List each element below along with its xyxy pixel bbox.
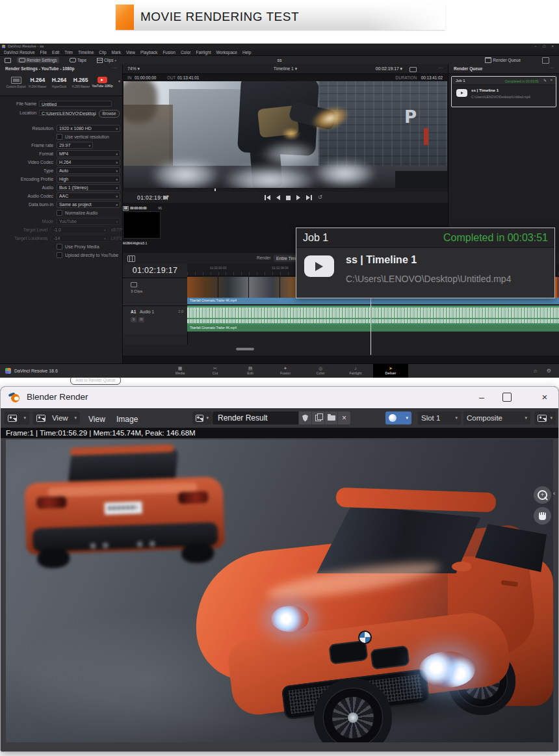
nav-collapse-arrow[interactable]: ‹ xyxy=(553,490,555,497)
field-select[interactable]: Bus 1 (Stereo)▾ xyxy=(57,184,120,191)
page-tab[interactable]: ➤ Deliver xyxy=(373,364,408,378)
presets-chevron[interactable]: ▾ xyxy=(118,79,120,83)
tl-audio-header[interactable]: A1 Audio 1 2.0 S M xyxy=(123,306,187,333)
preset-item[interactable]: H.264 H.264 Master xyxy=(27,77,48,88)
field-checkbox[interactable]: Upload directly to YouTube xyxy=(57,252,118,258)
bl-display-channels[interactable]: ▾ xyxy=(534,411,556,424)
menu-item[interactable]: Trim xyxy=(64,50,73,55)
page-tab[interactable]: ◎ Color xyxy=(303,364,338,378)
stop-button[interactable] xyxy=(286,196,291,200)
page-tab[interactable]: ✂ Cut xyxy=(198,364,233,378)
render-queue-button[interactable]: Render Queue xyxy=(483,57,523,63)
preset-item[interactable]: H.265 H.265 Master xyxy=(70,77,92,88)
step-back-button[interactable] xyxy=(276,195,280,200)
open-image-button[interactable] xyxy=(324,411,337,424)
dv-toolbar: Render Settings Tape Clips▾ ss Render Qu… xyxy=(0,56,559,65)
skip-forward-button[interactable] xyxy=(306,195,312,200)
fake-user-button[interactable] xyxy=(299,411,311,424)
tl-tool-icon[interactable] xyxy=(127,255,135,262)
unlink-button[interactable]: × xyxy=(337,411,350,424)
menu-item[interactable]: Timeline xyxy=(78,50,94,55)
page-tab[interactable]: ▤ Edit xyxy=(233,364,268,378)
menu-item[interactable]: Edit xyxy=(52,50,59,55)
tl-scrollbar[interactable] xyxy=(236,348,254,350)
menu-item[interactable]: Fairlight xyxy=(196,50,211,55)
bl-max-button[interactable] xyxy=(502,393,512,402)
loop-icon[interactable]: ↺ xyxy=(318,195,322,200)
field-checkbox[interactable]: Normalize Audio xyxy=(57,210,98,216)
dv-window-controls[interactable]: – □ × xyxy=(534,44,556,48)
preset-item[interactable]: Custom Export xyxy=(5,77,27,88)
field-select[interactable]: Same as project▾ xyxy=(57,201,120,208)
mute-button[interactable]: M xyxy=(138,317,144,322)
tl-video-header[interactable]: 3 Clips xyxy=(123,278,187,306)
camera-icon[interactable] xyxy=(410,67,417,72)
tl-audio-clip[interactable]: Titanfall Cinematic Trailer 4K.mp4 xyxy=(187,306,559,332)
dv-home-icon[interactable]: ⌂ xyxy=(534,368,537,374)
clip-thumbnail[interactable]: 03 00:00:00:00 V1 MPEG4 Video xyxy=(123,205,162,247)
dv-gear-icon[interactable]: ⚙ xyxy=(547,368,551,374)
settings-menu-dots[interactable]: ··· xyxy=(112,66,117,70)
filename-input[interactable]: Untitled xyxy=(39,101,112,107)
skip-back-button[interactable] xyxy=(265,195,270,200)
field-select[interactable]: Auto▾ xyxy=(57,167,120,174)
field-checkbox[interactable]: Use Proxy Media xyxy=(57,244,99,250)
field-select[interactable]: -1.0▾ xyxy=(51,226,108,233)
field-select[interactable]: High▾ xyxy=(57,176,120,183)
field-select[interactable]: H.264▾ xyxy=(57,159,120,166)
field-select[interactable]: -14▾ xyxy=(51,235,108,242)
viewer-menu-dots[interactable]: ··· xyxy=(438,66,443,70)
page-tab[interactable]: ▦ Media xyxy=(162,364,198,378)
queue-menu-dots[interactable]: ··· xyxy=(549,66,554,70)
page-tab[interactable]: ✦ Fusion xyxy=(268,364,303,378)
panel-toggle-button[interactable] xyxy=(540,57,551,63)
out-value: 01:13:41:01 xyxy=(177,75,199,80)
speaker-icon[interactable] xyxy=(163,196,166,200)
new-image-button[interactable] xyxy=(311,411,324,424)
field-select[interactable]: MP4▾ xyxy=(57,150,120,157)
bl-image-name-field[interactable]: Render Result xyxy=(213,411,298,424)
nav-zoom-gizmo[interactable]: + xyxy=(534,486,551,504)
bl-close-button[interactable]: × xyxy=(535,388,554,406)
menu-item[interactable]: Clip xyxy=(99,50,106,55)
location-input[interactable]: C:\Users\LENOVO\Desktop xyxy=(39,110,96,116)
menu-item[interactable]: File xyxy=(40,50,47,55)
field-select[interactable]: 29.97▾ xyxy=(57,142,93,149)
field-select[interactable]: AAC▾ xyxy=(57,192,120,200)
field-select[interactable]: 1920 x 1080 HD▾ xyxy=(57,125,120,132)
nav-pan-gizmo[interactable] xyxy=(534,507,551,525)
menu-item[interactable]: Mark xyxy=(112,50,121,55)
bl-slot-select[interactable]: Slot 1▾ xyxy=(418,411,461,424)
render-image[interactable] xyxy=(6,439,553,742)
menu-item[interactable]: Workspace xyxy=(216,50,237,55)
solo-button[interactable]: S xyxy=(131,317,136,322)
menu-item[interactable]: Fusion xyxy=(162,50,176,55)
viewer-timecode[interactable]: 00:02:19:17 ▾ xyxy=(376,66,402,72)
job-card-close-icon[interactable]: × xyxy=(550,78,552,82)
inout-row: IN 01:00:00:00 OUT 01:13:41:01 DURATION … xyxy=(123,73,448,81)
bl-image-menu[interactable]: Image xyxy=(116,415,138,424)
job-card[interactable]: Job 1 Completed in 00:03:51 ✎ × ss | Tim… xyxy=(451,76,556,107)
browse-button[interactable]: Browse xyxy=(99,110,120,118)
bl-pin-button[interactable]: ▾ xyxy=(385,411,411,424)
preset-item[interactable]: H.264 HyperDeck xyxy=(48,77,70,88)
browse-image-button[interactable]: ▾ xyxy=(192,411,212,424)
job-card-edit-icon[interactable]: ✎ xyxy=(543,78,547,83)
bl-pass-select[interactable]: Composite▾ xyxy=(463,411,530,424)
menu-item[interactable]: Color xyxy=(181,50,191,55)
page-tab[interactable]: ♪ Fairlight xyxy=(338,364,373,378)
video-canvas[interactable]: P xyxy=(124,81,447,188)
menu-item[interactable]: DaVinci Resolve xyxy=(4,50,35,55)
menu-item[interactable]: Playback xyxy=(140,50,157,55)
preset-item[interactable]: YouTube 1080p xyxy=(92,77,113,88)
menu-item[interactable]: Help xyxy=(242,50,251,55)
play-button[interactable] xyxy=(296,195,300,200)
view-mode-dropdown[interactable]: View▾ xyxy=(33,411,80,424)
field-select[interactable]: YouTube▾ xyxy=(57,218,120,225)
editor-type-button[interactable]: ▾ xyxy=(5,411,29,424)
menu-item[interactable]: View xyxy=(126,50,135,55)
bl-min-button[interactable]: – xyxy=(472,388,491,406)
field-checkbox[interactable]: Use vertical resolution xyxy=(57,134,109,140)
page: MOVIE RENDERING TEST DaVinci Resolve - s… xyxy=(0,0,559,756)
bl-view-menu[interactable]: View xyxy=(88,415,105,424)
